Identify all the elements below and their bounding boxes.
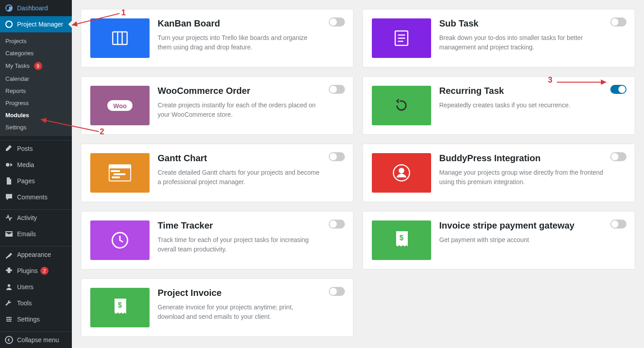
- sidebar-item-activity[interactable]: Activity: [0, 210, 72, 226]
- sidebar-submenu: Projects Categories My Tasks 9 Calendar …: [0, 32, 72, 136]
- sidebar-item-posts[interactable]: Posts: [0, 141, 72, 157]
- dashboard-icon: [4, 4, 13, 13]
- comments-icon: [4, 193, 13, 202]
- sidebar-sub-projects[interactable]: Projects: [0, 35, 72, 47]
- sidebar-label: Comments: [17, 194, 48, 201]
- module-description: Create projects instantly for each of th…: [158, 101, 322, 119]
- sidebar-item-comments[interactable]: Comments: [0, 189, 72, 205]
- sidebar-item-emails[interactable]: Emails: [0, 226, 72, 242]
- module-toggle[interactable]: [610, 220, 626, 229]
- media-icon: [4, 160, 13, 169]
- module-body: Sub Task Break down your to-dos into sma…: [439, 18, 626, 58]
- svg-point-6: [5, 336, 13, 344]
- sidebar-label: Plugins: [17, 267, 38, 274]
- module-icon: [372, 86, 431, 125]
- my-tasks-badge: 9: [34, 62, 42, 70]
- svg-rect-16: [112, 176, 120, 178]
- sidebar-item-tools[interactable]: Tools: [0, 295, 72, 311]
- svg-rect-13: [109, 165, 131, 168]
- module-body: BuddyPress Integration Manage your proje…: [439, 153, 626, 193]
- svg-point-2: [8, 284, 10, 287]
- module-body: Time Tracker Track time for each of your…: [158, 220, 344, 260]
- module-description: Track time for each of your project task…: [158, 235, 322, 254]
- svg-text:Woo: Woo: [113, 102, 127, 110]
- module-icon: [90, 153, 150, 193]
- sidebar-sub-reports[interactable]: Reports: [0, 85, 72, 97]
- module-body: Project Invoice Generate invoice for you…: [158, 288, 344, 327]
- module-description: Generate invoice for your projects anyti…: [158, 303, 322, 322]
- sidebar-label: Posts: [17, 145, 33, 152]
- module-title: BuddyPress Integration: [439, 153, 603, 163]
- module-toggle[interactable]: [610, 18, 626, 26]
- module-card: KanBan Board Turn your projects into Tre…: [81, 9, 353, 67]
- sidebar-sub-progress[interactable]: Progress: [0, 97, 72, 109]
- module-card: $ Project Invoice Generate invoice for y…: [81, 278, 353, 337]
- sidebar-item-appearance[interactable]: Appearance: [0, 247, 72, 263]
- svg-point-5: [10, 321, 12, 322]
- plugins-badge: 2: [40, 267, 49, 275]
- module-card: $ Invoice stripe payment gateway Get pay…: [362, 211, 635, 269]
- module-toggle[interactable]: [329, 85, 345, 94]
- module-body: KanBan Board Turn your projects into Tre…: [158, 18, 344, 58]
- emails-icon: [4, 229, 13, 238]
- sidebar-sub-my-tasks[interactable]: My Tasks 9: [0, 59, 72, 73]
- content-area: KanBan Board Turn your projects into Tre…: [72, 0, 644, 348]
- module-description: Turn your projects into Trello like boar…: [158, 33, 322, 52]
- settings-icon: [4, 315, 13, 324]
- svg-text:$: $: [118, 301, 122, 309]
- module-toggle[interactable]: [329, 287, 345, 296]
- sidebar-sub-settings[interactable]: Settings: [0, 121, 72, 133]
- module-icon: Woo: [90, 86, 150, 125]
- sidebar-item-media[interactable]: Media: [0, 157, 72, 173]
- module-title: Time Tracker: [158, 220, 322, 231]
- module-icon: [90, 18, 150, 58]
- module-toggle[interactable]: [329, 152, 345, 161]
- appearance-icon: [4, 250, 13, 259]
- sidebar-label: Pages: [17, 177, 35, 185]
- posts-icon: [4, 144, 13, 153]
- svg-point-1: [6, 163, 9, 167]
- module-title: KanBan Board: [158, 18, 322, 29]
- svg-point-4: [7, 319, 8, 320]
- module-toggle[interactable]: [610, 152, 626, 161]
- module-description: Manage your projects group wise directly…: [439, 168, 603, 187]
- sidebar-label: Users: [17, 283, 34, 291]
- tools-icon: [4, 299, 13, 308]
- module-body: WooCommerce Order Create projects instan…: [158, 86, 344, 125]
- svg-rect-7: [113, 32, 127, 44]
- module-title: Sub Task: [439, 18, 603, 29]
- sidebar-item-dashboard[interactable]: Dashboard: [0, 0, 72, 16]
- sidebar-label: Collapse menu: [17, 336, 59, 344]
- sidebar-sub-categories[interactable]: Categories: [0, 47, 72, 59]
- sidebar-sub-modules[interactable]: Modules: [0, 109, 72, 121]
- sidebar-sub-label: My Tasks: [5, 62, 30, 69]
- collapse-icon: [4, 335, 13, 344]
- sidebar-label: Dashboard: [17, 4, 48, 12]
- sidebar-item-users[interactable]: Users: [0, 279, 72, 295]
- svg-point-3: [9, 317, 11, 318]
- module-description: Create detailed Gantt charts for your pr…: [158, 168, 322, 187]
- module-title: Project Invoice: [158, 288, 322, 298]
- module-toggle[interactable]: [329, 18, 345, 26]
- modules-left-column: KanBan Board Turn your projects into Tre…: [81, 9, 353, 339]
- sidebar-item-collapse[interactable]: Collapse menu: [0, 332, 72, 348]
- sidebar-item-project-manager[interactable]: Project Manager: [0, 16, 72, 32]
- module-description: Repeatedly creates tasks if you set recu…: [439, 101, 603, 110]
- sidebar-label: Emails: [17, 230, 36, 238]
- svg-point-24: [399, 168, 404, 173]
- module-title: WooCommerce Order: [158, 86, 322, 96]
- module-toggle[interactable]: [610, 85, 626, 94]
- sidebar-sub-calendar[interactable]: Calendar: [0, 73, 72, 85]
- admin-sidebar: Dashboard Project Manager Projects Categ…: [0, 0, 72, 348]
- module-card: Recurring Task Repeatedly creates tasks …: [362, 76, 635, 135]
- sidebar-item-settings[interactable]: Settings: [0, 311, 72, 327]
- module-card: Sub Task Break down your to-dos into sma…: [362, 9, 635, 67]
- sidebar-label: Settings: [17, 316, 40, 323]
- module-body: Invoice stripe payment gateway Get payme…: [439, 220, 626, 260]
- module-toggle[interactable]: [329, 220, 345, 229]
- sidebar-item-plugins[interactable]: Plugins 2: [0, 263, 72, 279]
- sidebar-item-pages[interactable]: Pages: [0, 173, 72, 189]
- module-icon: [372, 18, 431, 58]
- pages-icon: [4, 176, 13, 185]
- sidebar-label: Project Manager: [17, 21, 63, 28]
